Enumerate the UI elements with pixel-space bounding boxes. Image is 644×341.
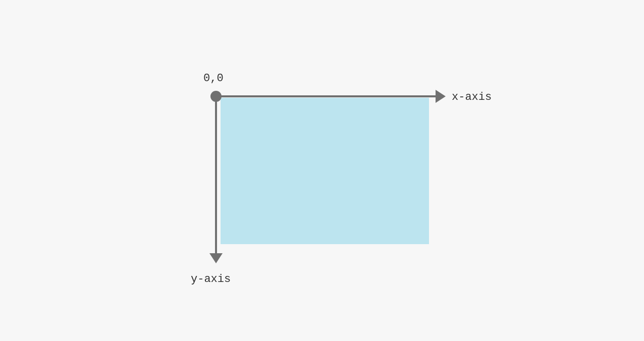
y-axis-arrowhead-icon	[209, 253, 223, 263]
y-axis-label: y-axis	[191, 273, 231, 286]
origin-dot-icon	[210, 91, 222, 102]
canvas-rect	[221, 98, 429, 244]
x-axis-line	[216, 95, 437, 97]
x-axis-label: x-axis	[452, 91, 492, 103]
origin-label: 0,0	[203, 72, 224, 85]
coordinate-diagram: 0,0 x-axis y-axis	[0, 0, 644, 341]
y-axis-line	[215, 96, 217, 255]
x-axis-arrowhead-icon	[436, 90, 446, 103]
